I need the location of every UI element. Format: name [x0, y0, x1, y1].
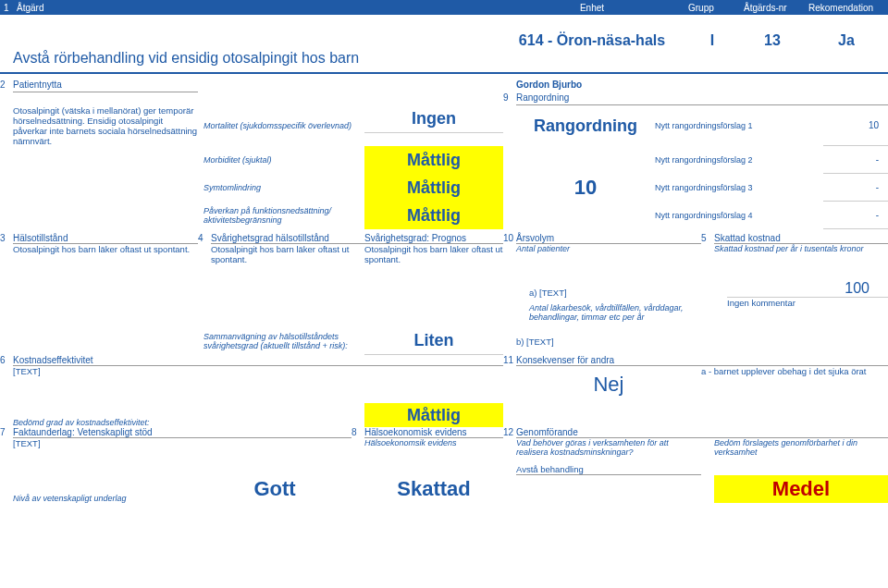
hdr-num: 1 — [0, 3, 13, 13]
sec2-num: 2 — [0, 80, 13, 92]
metrics-row-1: Otosalpingit (vätska i mellanörat) ger t… — [0, 105, 888, 146]
sec12-label: Genomförande — [516, 427, 888, 438]
metrics-row-2: Morbiditet (sjuktal) Måttlig Nytt rangor… — [0, 146, 888, 174]
main-title: Avstå rörbehandling vid ensidig otosalpi… — [13, 50, 500, 67]
sec11-note: a - barnet upplever obehag i det sjuka ö… — [701, 366, 888, 403]
paverkan-label: Påverkan på funktionsnedsättning/ aktivi… — [198, 202, 364, 229]
mortalitet-label: Mortalitet (sjukdomsspecifik överlevnad) — [198, 105, 364, 146]
rank3-label: Nytt rangordningsförslag 3 — [655, 174, 823, 202]
niva-label: Nivå av vetenskapligt underlag — [13, 475, 198, 503]
sec2-body: Otosalpingit (vätska i mellanörat) ger t… — [13, 105, 198, 146]
avsta-label: Avstå behandling — [516, 464, 701, 475]
sammanvagning-value: Liten — [364, 327, 503, 355]
hdr-enhet: Enhet — [500, 3, 684, 13]
sec8-label: Hälsoekonomisk evidens — [364, 427, 503, 438]
kostnad-komment: Ingen kommentar — [727, 298, 888, 327]
sec6-label: Kostnadseffektivitet — [13, 355, 503, 366]
sec8-body: Hälsoekonomsik evidens — [364, 438, 503, 464]
rank1-label: Nytt rangordningsförslag 1 — [655, 105, 823, 146]
sec3-num: 3 — [0, 233, 13, 244]
sec7-value: Gott — [198, 475, 352, 503]
sec12-body: Vad behöver göras i verksamheten för att… — [516, 438, 701, 464]
title-row: Avstå rörbehandling vid ensidig otosalpi… — [0, 15, 888, 74]
rank2-label: Nytt rangordningsförslag 2 — [655, 146, 823, 174]
sec10-b: b) [TEXT] — [516, 327, 701, 355]
sec9-num: 9 — [503, 92, 516, 105]
mortalitet-value: Ingen — [364, 105, 503, 133]
enhet-value: 614 - Öron-näsa-hals — [500, 32, 684, 49]
ranking-heading: Rangordning — [516, 105, 655, 146]
bedom-value: Medel — [714, 475, 888, 503]
morbiditet-value: Måttlig — [364, 146, 503, 174]
antal-patienter: Antal patienter — [516, 244, 701, 264]
rank4-label: Nytt rangordningsförslag 4 — [655, 202, 823, 229]
sec3-label: Hälsotillstånd — [13, 233, 198, 244]
sec10-num: 10 — [503, 233, 516, 244]
sec3-body: Otosalpingit hos barn läker oftast ut sp… — [13, 244, 198, 264]
paverkan-value: Måttlig — [364, 202, 503, 229]
sec6-body: [TEXT] — [13, 366, 503, 403]
metrics-row-4: Påverkan på funktionsnedsättning/ aktivi… — [0, 202, 888, 229]
sec5-label: Skattad kostnad — [714, 233, 888, 244]
prognos-body: Otosalpingit hos barn läker oftast ut sp… — [364, 244, 503, 264]
prognos-label: Svårighetsgrad: Prognos — [364, 233, 503, 244]
person: Gordon Bjurbo — [516, 80, 888, 92]
bedomd-value: Måttlig — [364, 403, 503, 427]
hdr-grupp: Grupp — [684, 3, 740, 13]
sec12-num: 12 — [503, 427, 516, 438]
rek-value: Ja — [805, 32, 888, 49]
grupp-value: I — [684, 32, 740, 49]
sec4-num: 4 — [198, 233, 211, 244]
sec11-value: Nej — [516, 366, 701, 403]
sec7-num: 7 — [0, 427, 13, 438]
sec7-label: Faktaunderlag: Vetenskapligt stöd — [13, 427, 352, 438]
sammanvagning-label: Sammanvägning av hälsotillståndets svåri… — [198, 327, 364, 355]
hdr-atgard: Åtgärd — [13, 3, 500, 13]
sec7-body: [TEXT] — [13, 438, 352, 464]
header-bar: 1 Åtgärd Enhet Grupp Åtgärds-nr Rekomend… — [0, 0, 888, 15]
skattad-per-ar: Skattad kostnad per år i tusentals krono… — [714, 244, 888, 264]
rank3-value: - — [823, 174, 888, 202]
bedomd-label: Bedömd grad av kostnadseffektivitet: — [13, 403, 364, 427]
sec11-num: 11 — [503, 355, 516, 366]
sec11-label: Konsekvenser för andra — [516, 355, 888, 366]
kostnad-value: 100 — [727, 264, 888, 298]
sec2-label: Patientnytta — [13, 80, 198, 92]
sec4-body: Otosalpingit hos barn läker oftast ut sp… — [211, 244, 364, 264]
sec8-value: Skattad — [364, 475, 503, 503]
rank2-value: - — [823, 146, 888, 174]
rank1-value: 10 — [823, 105, 888, 146]
symtom-label: Symtomlindring — [198, 174, 364, 202]
metrics-row-3: Symtomlindring Måttlig 10 Nytt rangordni… — [0, 174, 888, 202]
hdr-atgardsnr: Åtgärds-nr — [740, 3, 805, 13]
sec6-num: 6 — [0, 355, 13, 366]
atgardsnr-value: 13 — [740, 32, 805, 49]
hdr-rek: Rekomendation — [805, 3, 888, 13]
sec10-a: a) [TEXT] — [529, 264, 714, 298]
ranking-score: 10 — [516, 174, 655, 202]
sec4-label: Svårighetsgrad hälsotillstånd — [211, 233, 364, 244]
visits-label: Antal läkarbesök, vårdtillfällen, vårdda… — [529, 298, 714, 327]
sec9-label: Rangordning — [516, 92, 888, 105]
morbiditet-label: Morbiditet (sjuktal) — [198, 146, 364, 174]
sec5-num: 5 — [701, 233, 714, 244]
sec8-num: 8 — [352, 427, 364, 438]
bedom-label: Bedöm förslagets genomförbarhet i din ve… — [714, 438, 888, 464]
sec10-label: Årsvolym — [516, 233, 701, 244]
symtom-value: Måttlig — [364, 174, 503, 202]
rank4-value: - — [823, 202, 888, 229]
